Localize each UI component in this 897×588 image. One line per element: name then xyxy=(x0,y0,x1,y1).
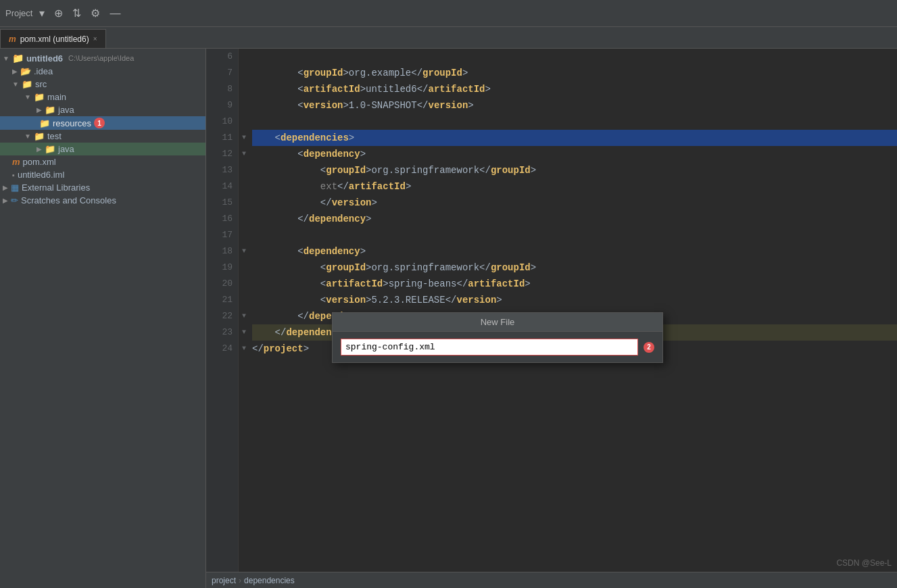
gutter-8 xyxy=(239,81,249,97)
line-num-7: 7 xyxy=(206,65,233,81)
file-icon-pom: m xyxy=(12,157,20,167)
line-num-16: 16 xyxy=(206,211,233,227)
line-num-13: 13 xyxy=(206,162,233,178)
editor-area: 6 7 8 9 10 11 12 13 14 15 16 17 18 19 20… xyxy=(206,49,897,588)
tree-item-test[interactable]: ▼ 📁 test xyxy=(0,130,205,143)
tree-item-idea[interactable]: ▶ 📂 .idea xyxy=(0,65,205,78)
code-line-14: ext </artifactId> xyxy=(252,178,897,195)
breadcrumb-bar: project › dependencies xyxy=(206,572,897,588)
expand-arrow: ▼ xyxy=(12,80,19,88)
code-line-7: <groupId> org.example </groupId> xyxy=(252,65,897,81)
gutter-12[interactable]: ▼ xyxy=(239,146,249,162)
tab-bar: m pom.xml (untitled6) × xyxy=(0,27,897,49)
editor-gutter: ▼ ▼ ▼ ▼ ▼ ▼ xyxy=(239,49,249,572)
code-line-17 xyxy=(252,227,897,243)
gutter-15 xyxy=(239,195,249,211)
folder-icon-idea: 📂 xyxy=(20,66,31,76)
item-label: untitled6.iml xyxy=(18,170,64,180)
tree-item-iml[interactable]: ▪ untitled6.iml xyxy=(0,168,205,181)
add-content-icon[interactable]: ⊕ xyxy=(51,5,66,21)
expand-arrow: ▶ xyxy=(12,68,18,75)
code-line-6 xyxy=(252,49,897,65)
breadcrumb-dependencies[interactable]: dependencies xyxy=(244,576,295,585)
tree-item-java-main[interactable]: ▶ 📁 java xyxy=(0,103,205,116)
folder-icon-java-main: 📁 xyxy=(45,105,55,115)
tree-item-external-libraries[interactable]: ▶ ▦ External Libraries xyxy=(0,181,205,194)
line-num-19: 19 xyxy=(206,260,233,276)
gutter-11[interactable]: ▼ xyxy=(239,130,249,146)
item-label: test xyxy=(47,131,62,141)
gutter-9 xyxy=(239,97,249,114)
line-num-14: 14 xyxy=(206,178,233,195)
tree-item-src[interactable]: ▼ 📁 src xyxy=(0,78,205,91)
line-num-12: 12 xyxy=(206,146,233,162)
code-line-9: <version> 1.0-SNAPSHOT </version> xyxy=(252,97,897,114)
expand-arrow: ▶ xyxy=(37,106,42,114)
tab-close-icon[interactable]: × xyxy=(93,35,97,43)
code-line-11: <dependencies> xyxy=(252,130,897,146)
expand-arrow: ▼ xyxy=(3,55,9,62)
tree-item-resources[interactable]: 📁 resources 1 xyxy=(0,116,205,130)
project-panel-header: Project ▾ ⊕ ⇅ ⚙ — xyxy=(5,5,123,21)
tree-item-main[interactable]: ▼ 📁 main xyxy=(0,91,205,103)
breadcrumb-sep-1: › xyxy=(239,576,241,585)
folder-icon-resources: 📁 xyxy=(39,118,50,128)
line-num-23: 23 xyxy=(206,324,233,341)
gutter-18[interactable]: ▼ xyxy=(239,243,249,260)
tab-pom-xml[interactable]: m pom.xml (untitled6) × xyxy=(0,29,106,48)
gutter-16 xyxy=(239,211,249,227)
gutter-19 xyxy=(239,260,249,276)
file-icon-iml: ▪ xyxy=(12,171,15,179)
gutter-21 xyxy=(239,292,249,308)
new-file-input[interactable] xyxy=(341,339,638,356)
main-area: ▼ 📁 untitled6 C:\Users\apple\Idea ▶ 📂 .i… xyxy=(0,49,897,588)
sort-icon[interactable]: ⇅ xyxy=(70,5,84,21)
line-num-8: 8 xyxy=(206,81,233,97)
breadcrumb-project[interactable]: project xyxy=(212,576,236,585)
scratches-icon: ✏ xyxy=(11,195,18,205)
item-label: main xyxy=(47,92,66,102)
line-num-20: 20 xyxy=(206,276,233,292)
external-libraries-icon: ▦ xyxy=(11,182,19,193)
item-label: src xyxy=(35,79,47,89)
tree-item-java-test[interactable]: ▶ 📁 java xyxy=(0,143,205,155)
line-num-9: 9 xyxy=(206,97,233,114)
line-num-18: 18 xyxy=(206,243,233,260)
gutter-6 xyxy=(239,49,249,65)
code-line-18: <dependency> xyxy=(252,243,897,260)
tree-item-scratches[interactable]: ▶ ✏ Scratches and Consoles xyxy=(0,194,205,207)
gutter-10 xyxy=(239,114,249,130)
new-file-dialog: New File 2 xyxy=(332,312,663,363)
item-label: Scratches and Consoles xyxy=(21,195,116,205)
editor-content: 6 7 8 9 10 11 12 13 14 15 16 17 18 19 20… xyxy=(206,49,897,572)
code-lines[interactable]: <groupId> org.example </groupId> <artifa… xyxy=(249,49,897,572)
project-tree: ▼ 📁 untitled6 C:\Users\apple\Idea ▶ 📂 .i… xyxy=(0,49,206,588)
gutter-22[interactable]: ▼ xyxy=(239,308,249,324)
code-line-10 xyxy=(252,114,897,130)
item-label: pom.xml xyxy=(23,157,56,167)
folder-icon-test: 📁 xyxy=(34,131,45,141)
minimize-panel-icon[interactable]: — xyxy=(107,6,123,21)
tree-item-untitled6[interactable]: ▼ 📁 untitled6 C:\Users\apple\Idea xyxy=(0,51,205,65)
line-num-24: 24 xyxy=(206,341,233,357)
gutter-14 xyxy=(239,178,249,195)
dialog-title: New File xyxy=(333,313,662,332)
item-label: untitled6 xyxy=(26,53,63,64)
gutter-24[interactable]: ▼ xyxy=(239,341,249,357)
settings-icon[interactable]: ⚙ xyxy=(88,5,103,21)
gutter-23[interactable]: ▼ xyxy=(239,324,249,341)
line-num-17: 17 xyxy=(206,227,233,243)
title-bar: Project ▾ ⊕ ⇅ ⚙ — xyxy=(0,0,897,27)
tab-file-icon: m xyxy=(9,34,16,44)
dropdown-icon[interactable]: ▾ xyxy=(37,5,47,21)
folder-icon-main: 📁 xyxy=(34,92,45,102)
code-line-13: <groupId> org.springframework </groupId> xyxy=(252,162,897,178)
code-line-21: <version> 5.2.3.RELEASE </version> xyxy=(252,292,897,308)
line-num-15: 15 xyxy=(206,195,233,211)
gutter-7 xyxy=(239,65,249,81)
folder-icon-java-test: 📁 xyxy=(45,144,55,154)
tree-item-pom-xml[interactable]: m pom.xml xyxy=(0,155,205,168)
item-label: External Libraries xyxy=(22,182,90,193)
folder-icon-src: 📁 xyxy=(22,79,32,89)
line-num-10: 10 xyxy=(206,114,233,130)
